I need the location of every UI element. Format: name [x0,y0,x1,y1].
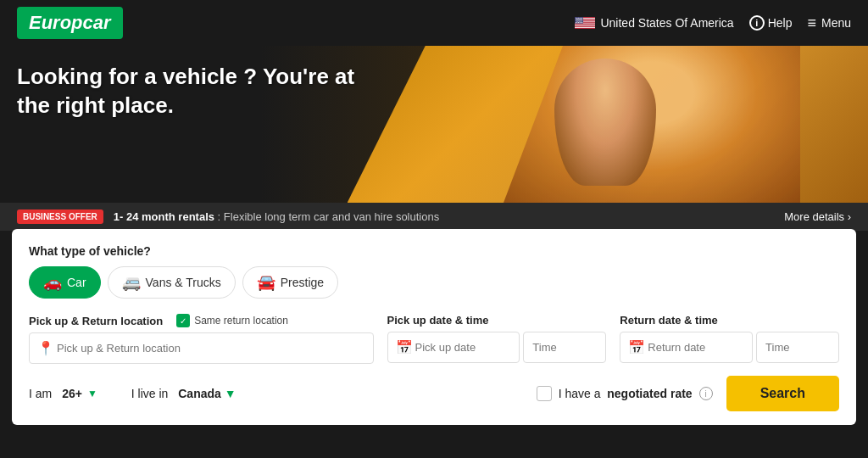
svg-point-16 [578,18,579,19]
svg-point-25 [576,20,576,20]
business-badge: BUSINESS OFFER [17,209,103,224]
country-name: United States Of America [600,16,733,30]
same-return-toggle[interactable]: ✓ Same return location [176,314,288,327]
hero-headline-line1: Looking for a vehicle ? You're at [17,64,354,89]
hero-headline: Looking for a vehicle ? You're at the ri… [17,63,354,120]
same-return-check-icon: ✓ [176,314,190,327]
negotiated-bold: negotiated rate [607,387,692,400]
search-panel: What type of vehicle? 🚗 Car 🚐 Vans & Tru… [12,229,856,425]
svg-point-41 [582,22,583,23]
return-date-group: Return date & time 📅 [620,314,839,363]
tab-vans[interactable]: 🚐 Vans & Trucks [108,266,236,299]
svg-point-32 [578,21,579,22]
hero-headline-line2: the right place. [17,92,174,118]
svg-point-14 [576,18,576,19]
tab-prestige-label: Prestige [281,276,324,289]
van-icon: 🚐 [122,273,141,292]
location-input[interactable] [29,332,374,364]
vehicle-type-label: What type of vehicle? [29,244,839,258]
pickup-time-input[interactable] [523,332,606,363]
menu-button[interactable]: ≡ Menu [807,14,851,32]
tab-prestige[interactable]: 🚘 Prestige [242,266,338,299]
return-date-inputs: 📅 [620,332,839,363]
svg-rect-7 [575,24,595,25]
svg-point-17 [580,18,581,19]
svg-point-35 [581,21,582,22]
svg-point-21 [578,19,579,20]
tab-car-label: Car [67,276,86,289]
hero-section: Looking for a vehicle ? You're at the ri… [0,46,868,203]
header: Europcar [0,0,868,46]
tab-car[interactable]: 🚗 Car [29,266,101,299]
banner-text: 1- 24 month rentals : Flexible long term… [114,210,774,223]
svg-point-28 [580,20,581,20]
us-flag-icon [575,17,595,29]
return-time-input-wrap [756,332,839,363]
negotiated-rate-group: I have a negotiated rate i [537,386,713,401]
location-header: Pick up & Return location ✓ Same return … [29,314,374,327]
calendar-icon-pickup: 📅 [396,339,413,355]
help-label: Help [768,16,793,30]
hamburger-icon: ≡ [807,14,816,32]
form-fields-row: Pick up & Return location ✓ Same return … [29,314,839,364]
car-icon: 🚗 [43,273,62,292]
help-button[interactable]: i Help [749,15,793,31]
location-pin-icon: 📍 [37,340,54,356]
age-chevron-icon: ▼ [87,388,97,399]
business-banner: BUSINESS OFFER 1- 24 month rentals : Fle… [0,203,868,231]
bottom-row: I am 26+ ▼ I live in Canada ▼ I have a n… [29,376,839,411]
more-details-link[interactable]: More details › [784,210,851,223]
pickup-date-inputs: 📅 [387,332,607,363]
svg-point-20 [576,19,577,20]
help-circle-icon: i [749,15,765,31]
hero-text-block: Looking for a vehicle ? You're at the ri… [17,63,354,120]
svg-rect-11 [575,27,595,28]
banner-text-rest: : Flexible long term car and van hire so… [214,210,439,223]
pickup-label: Pick up date & time [387,314,607,327]
svg-point-40 [581,22,581,23]
negotiated-label: I have a negotiated rate [559,387,693,400]
negotiated-prefix: I have a [559,387,601,400]
pickup-date-group: Pick up date & time 📅 [387,314,607,363]
pickup-time-input-wrap [523,332,606,363]
calendar-icon-return: 📅 [628,339,645,355]
location-group: Pick up & Return location ✓ Same return … [29,314,374,364]
pickup-date-input-wrap: 📅 [387,332,520,363]
negotiated-info-icon[interactable]: i [699,387,713,400]
vehicle-tabs: 🚗 Car 🚐 Vans & Trucks 🚘 Prestige [29,266,839,299]
age-selector[interactable]: I am 26+ ▼ [29,387,97,400]
return-label: Return date & time [620,314,839,327]
search-button[interactable]: Search [726,376,839,411]
menu-label: Menu [821,16,851,30]
svg-point-30 [582,20,583,20]
svg-rect-9 [575,25,595,26]
svg-point-37 [577,22,578,23]
svg-point-34 [581,21,581,22]
svg-point-26 [577,20,578,20]
svg-point-36 [576,22,576,23]
header-right: United States Of America i Help ≡ Menu [575,14,851,32]
country-selector[interactable]: United States Of America [575,16,733,30]
svg-point-27 [578,20,579,20]
svg-point-22 [579,19,580,20]
svg-point-18 [581,18,581,19]
return-date-input-wrap: 📅 [620,332,753,363]
location-input-wrap: 📍 [29,332,374,364]
svg-point-33 [579,21,580,22]
country-live-selector[interactable]: I live in Canada ▼ [131,387,236,400]
country-live-value: Canada [178,387,221,400]
country-prefix: I live in [131,387,169,400]
banner-text-bold: 1- 24 month rentals [114,210,214,223]
svg-rect-12 [575,28,595,29]
svg-point-24 [581,19,582,20]
negotiated-checkbox[interactable] [537,386,552,401]
location-label: Pick up & Return location [29,315,163,327]
svg-rect-8 [575,25,595,25]
svg-point-23 [581,19,581,20]
tab-vans-label: Vans & Trucks [146,276,221,289]
age-prefix: I am [29,387,52,400]
logo[interactable]: Europcar [17,7,123,39]
svg-point-19 [582,18,583,19]
return-time-input[interactable] [756,332,839,363]
svg-rect-10 [575,26,595,27]
